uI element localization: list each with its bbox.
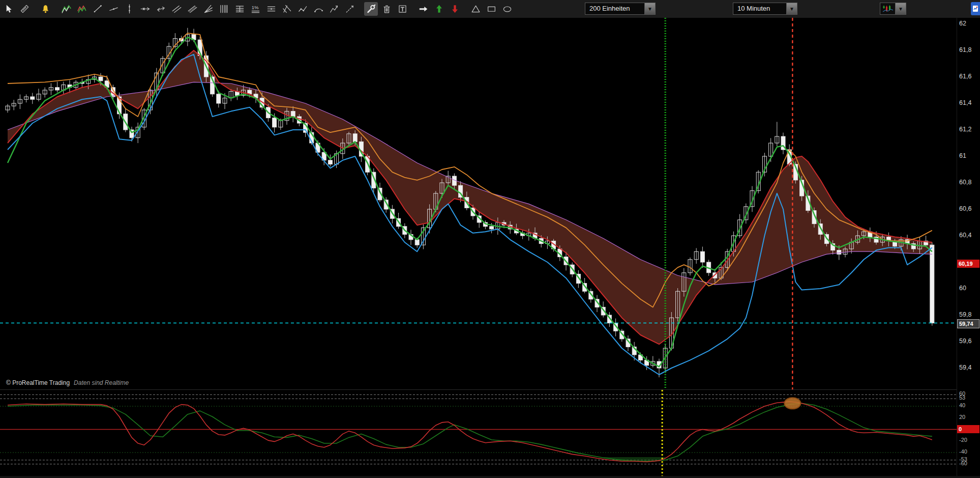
price-tick: 60,4 — [959, 232, 971, 239]
timeframe-dropdown[interactable]: 10 Minuten ▼ — [733, 3, 797, 15]
price-tick: 62 — [959, 20, 966, 27]
timeframe-dropdown-arrow-icon[interactable]: ▼ — [786, 3, 797, 15]
dotted-ray-tool-button[interactable] — [343, 2, 357, 16]
oscillator-panel-canvas[interactable] — [0, 389, 957, 476]
channel-tool-button[interactable] — [170, 2, 184, 16]
triangle-shape-button[interactable] — [469, 2, 483, 16]
ma-cloud — [8, 50, 932, 344]
alert-bell-button[interactable] — [39, 2, 52, 16]
highlight-ellipse-annotation — [784, 398, 800, 409]
level-price-badge: 59,74 — [957, 319, 979, 328]
price-tick: 59,6 — [959, 338, 971, 345]
chart-type-icon[interactable] — [880, 3, 895, 15]
price-tick: 60,6 — [959, 205, 971, 212]
vertical-line-tool-button[interactable] — [123, 2, 136, 16]
copyright-text: © ProRealTime Trading — [6, 379, 70, 386]
timeframe-dropdown-value[interactable]: 10 Minuten — [733, 3, 786, 15]
price-tick: 61,4 — [959, 99, 971, 106]
indicator-tick: 53 — [959, 395, 965, 401]
polyline-tool-button[interactable] — [296, 2, 310, 16]
percent-levels-tool-button[interactable]: 1% — [249, 2, 262, 16]
segment-tool-button[interactable] — [107, 2, 121, 16]
indicator-value-badge: 0 — [957, 425, 979, 433]
fib-time-zones-tool-button[interactable] — [217, 2, 231, 16]
trading-app-window: 1% 200 Einheiten ▼ 10 Minuten ▼ ▼ — [0, 0, 980, 478]
chart-type-selector[interactable]: ▼ — [880, 3, 906, 15]
price-tick: 61,2 — [959, 126, 971, 133]
sell-arrow-marker-button[interactable] — [448, 2, 462, 16]
toolbar-icons: 1% — [0, 2, 514, 16]
text-tool-button[interactable] — [396, 2, 409, 16]
pattern-zigzag-tool-button[interactable] — [75, 2, 89, 16]
current-price-badge: 60,19 — [957, 260, 979, 268]
pitchfork-tool-button[interactable] — [280, 2, 294, 16]
side-panel-toggle-icon[interactable] — [971, 2, 980, 15]
double-arrow-line-tool-button[interactable] — [154, 2, 168, 16]
units-dropdown-value[interactable]: 200 Einheiten — [585, 3, 644, 15]
continue-forward-button[interactable] — [417, 2, 430, 16]
price-tick: 61 — [959, 152, 966, 159]
price-axis[interactable]: 6261,861,661,461,26160,860,660,46059,859… — [957, 18, 980, 389]
indicator-tick: -40 — [959, 448, 967, 455]
toolbar: 1% 200 Einheiten ▼ 10 Minuten ▼ ▼ — [0, 0, 980, 18]
price-tick: 61,8 — [959, 46, 971, 53]
measure-tool-button[interactable] — [18, 2, 32, 16]
price-tick: 59,4 — [959, 364, 971, 371]
zigzag-tool-button[interactable] — [60, 2, 73, 16]
rectangle-shape-button[interactable] — [485, 2, 498, 16]
delete-objects-button[interactable] — [380, 2, 394, 16]
buy-arrow-marker-button[interactable] — [432, 2, 446, 16]
indicator-tick: 20 — [959, 414, 965, 420]
copyright-line: © ProRealTime TradingDaten sind Realtime — [6, 379, 129, 386]
svg-text:1%: 1% — [252, 5, 259, 10]
trendline-tool-button[interactable] — [91, 2, 105, 16]
cursor-tool-button[interactable] — [2, 2, 16, 16]
arc-tool-button[interactable] — [312, 2, 325, 16]
fan-lines-tool-button[interactable] — [201, 2, 215, 16]
indicator-tick: -60 — [959, 460, 967, 466]
fib-retracement-tool-button[interactable] — [233, 2, 247, 16]
price-tick: 60,8 — [959, 179, 971, 186]
realtime-note: Daten sind Realtime — [74, 379, 129, 386]
channel-median-tool-button[interactable] — [186, 2, 199, 16]
objects-tools-button[interactable] — [364, 2, 378, 16]
bottom-scroll-strip[interactable] — [0, 476, 980, 478]
price-tick: 59,8 — [959, 311, 971, 318]
units-dropdown[interactable]: 200 Einheiten ▼ — [585, 3, 656, 15]
horizontal-levels-tool-button[interactable] — [264, 2, 278, 16]
indicator-tick: -20 — [959, 437, 967, 443]
ellipse-shape-button[interactable] — [500, 2, 514, 16]
units-dropdown-arrow-icon[interactable]: ▼ — [644, 3, 656, 15]
indicator-tick: 40 — [959, 402, 965, 408]
price-tick: 61,6 — [959, 73, 971, 80]
chart-type-arrow-icon[interactable]: ▼ — [895, 3, 906, 15]
main-price-chart-canvas[interactable] — [0, 18, 957, 389]
extended-line-tool-button[interactable] — [138, 2, 152, 16]
impulse-arrow-tool-button[interactable] — [328, 2, 341, 16]
price-tick: 60 — [959, 285, 966, 292]
